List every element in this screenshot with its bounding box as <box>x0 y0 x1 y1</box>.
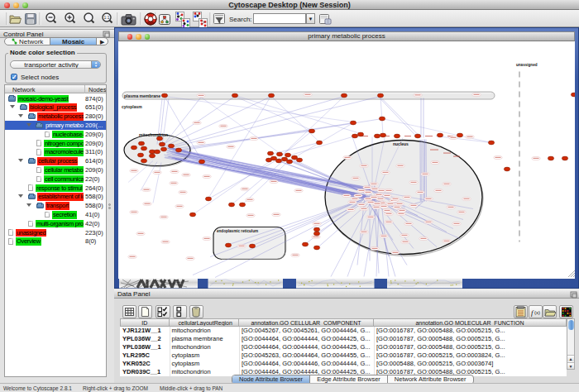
svg-text:cytoplasm: cytoplasm <box>122 104 142 109</box>
svg-text:nucleus: nucleus <box>393 141 409 146</box>
svg-text:unassigned: unassigned <box>516 63 538 67</box>
svg-text:1:1: 1:1 <box>104 15 110 20</box>
svg-text:mitochondrion: mitochondrion <box>139 132 168 137</box>
svg-text:(x): (x) <box>534 310 540 315</box>
svg-text:plasma membrane: plasma membrane <box>124 93 160 98</box>
svg-text:endoplasmic reticulum: endoplasmic reticulum <box>217 229 258 233</box>
